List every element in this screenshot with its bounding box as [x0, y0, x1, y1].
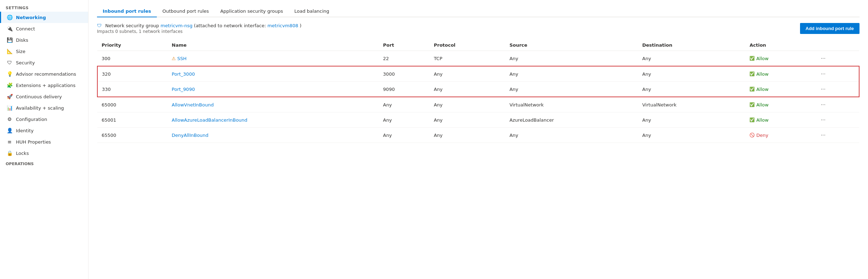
network-info-text: 🛡 Network security group metricvm-nsg (a… — [97, 23, 302, 28]
cell-source: Any — [505, 128, 638, 143]
cell-ellipsis[interactable]: ··· — [815, 82, 859, 97]
sidebar-item-label-size: Size — [16, 49, 25, 54]
sidebar: Settings 🌐Networking🔌Connect💾Disks📐Size🛡… — [0, 0, 88, 279]
sidebar-item-availability[interactable]: 📊Availability + scaling — [0, 102, 88, 114]
sidebar-item-networking[interactable]: 🌐Networking — [0, 12, 88, 23]
cell-ellipsis[interactable]: ··· — [815, 66, 859, 82]
sidebar-item-label-availability: Availability + scaling — [16, 105, 64, 111]
cell-priority: 65500 — [97, 128, 167, 143]
col-header-protocol: Protocol — [429, 40, 505, 51]
continuous-delivery-icon: 🚀 — [7, 94, 12, 99]
table-row: 300⚠️SSH22TCPAnyAny✅Allow··· — [97, 51, 859, 66]
availability-icon: 📊 — [7, 105, 12, 111]
cell-port: Any — [379, 112, 429, 128]
cell-port: Any — [379, 97, 429, 112]
sidebar-item-extensions[interactable]: 🧩Extensions + applications — [0, 80, 88, 91]
sidebar-item-label-networking: Networking — [16, 15, 46, 20]
tab-app-security[interactable]: Application security groups — [215, 6, 289, 17]
cell-name: AllowAzureLoadBalancerInBound — [167, 112, 379, 128]
col-header- — [815, 40, 859, 51]
cell-priority: 65000 — [97, 97, 167, 112]
add-inbound-rule-button[interactable]: Add inbound port rule — [800, 23, 860, 34]
sidebar-item-label-disks: Disks — [16, 37, 28, 43]
col-header-priority: Priority — [97, 40, 167, 51]
sidebar-item-size[interactable]: 📐Size — [0, 46, 88, 57]
sidebar-item-label-locks: Locks — [16, 151, 29, 156]
main-content: Inbound port rulesOutbound port rulesApp… — [88, 0, 868, 279]
cell-action: ✅Allow — [745, 97, 814, 112]
col-header-destination: Destination — [638, 40, 745, 51]
cell-destination: Any — [638, 51, 745, 66]
cell-protocol: Any — [429, 128, 505, 143]
rule-name-link[interactable]: SSH — [177, 56, 187, 61]
action-allow: ✅Allow — [749, 102, 810, 107]
cell-name: DenyAllInBound — [167, 128, 379, 143]
sidebar-item-security[interactable]: 🛡Security — [0, 57, 88, 68]
interface-link[interactable]: metricvm808 — [267, 23, 298, 28]
cell-port: Any — [379, 128, 429, 143]
nsg-link[interactable]: metricvm-nsg — [161, 23, 193, 28]
cell-priority: 65001 — [97, 112, 167, 128]
check-icon: ✅ — [749, 102, 755, 107]
cell-priority: 330 — [97, 82, 167, 97]
networking-icon: 🌐 — [7, 14, 12, 20]
rule-name-link[interactable]: Port_3000 — [172, 71, 195, 77]
sidebar-item-connect[interactable]: 🔌Connect — [0, 23, 88, 34]
tab-load-balancing[interactable]: Load balancing — [289, 6, 335, 17]
tab-inbound[interactable]: Inbound port rules — [97, 6, 157, 17]
rule-name-link[interactable]: AllowAzureLoadBalancerInBound — [172, 117, 247, 123]
sidebar-item-identity[interactable]: 👤Identity — [0, 125, 88, 136]
configuration-icon: ⚙️ — [7, 116, 12, 122]
cell-protocol: Any — [429, 82, 505, 97]
table-row: 65001AllowAzureLoadBalancerInBoundAnyAny… — [97, 112, 859, 128]
properties-icon: ≡ — [7, 139, 12, 145]
network-info-bar: 🛡 Network security group metricvm-nsg (a… — [97, 23, 860, 34]
check-icon: ✅ — [749, 87, 755, 92]
cell-action: ✅Allow — [745, 66, 814, 82]
rule-name-link[interactable]: Port_9090 — [172, 87, 195, 92]
sidebar-item-properties[interactable]: ≡HUH Properties — [0, 136, 88, 147]
cell-ellipsis[interactable]: ··· — [815, 128, 859, 143]
check-icon: ✅ — [749, 71, 755, 76]
cell-ellipsis[interactable]: ··· — [815, 112, 859, 128]
sidebar-item-configuration[interactable]: ⚙️Configuration — [0, 114, 88, 125]
tab-bar: Inbound port rulesOutbound port rulesApp… — [97, 6, 860, 17]
cell-action: ✅Allow — [745, 51, 814, 66]
cell-destination: Any — [638, 128, 745, 143]
cell-name: Port_3000 — [167, 66, 379, 82]
sidebar-item-locks[interactable]: 🔒Locks — [0, 147, 88, 159]
cell-source: VirtualNetwork — [505, 97, 638, 112]
row-actions-button[interactable]: ··· — [819, 116, 828, 124]
advisor-icon: 💡 — [7, 71, 12, 77]
sidebar-item-disks[interactable]: 💾Disks — [0, 34, 88, 46]
cell-destination: VirtualNetwork — [638, 97, 745, 112]
cell-ellipsis[interactable]: ··· — [815, 97, 859, 112]
identity-icon: 👤 — [7, 128, 12, 133]
tab-outbound[interactable]: Outbound port rules — [157, 6, 215, 17]
cell-destination: Any — [638, 112, 745, 128]
shield-icon: 🛡 — [97, 23, 102, 28]
row-actions-button[interactable]: ··· — [819, 70, 828, 78]
sidebar-item-continuous-delivery[interactable]: 🚀Continuous delivery — [0, 91, 88, 102]
cell-protocol: TCP — [429, 51, 505, 66]
cell-protocol: Any — [429, 66, 505, 82]
rule-name-link[interactable]: DenyAllInBound — [172, 133, 209, 138]
sidebar-item-label-security: Security — [16, 60, 35, 65]
row-actions-button[interactable]: ··· — [819, 54, 828, 62]
cell-ellipsis[interactable]: ··· — [815, 51, 859, 66]
row-actions-button[interactable]: ··· — [819, 85, 828, 93]
row-actions-button[interactable]: ··· — [819, 131, 828, 139]
cell-port: 9090 — [379, 82, 429, 97]
action-deny: 🚫Deny — [749, 133, 810, 138]
deny-icon: 🚫 — [749, 133, 755, 138]
rule-name-link[interactable]: AllowVnetInBound — [172, 102, 214, 107]
sidebar-item-label-configuration: Configuration — [16, 117, 47, 122]
cell-port: 3000 — [379, 66, 429, 82]
settings-section-title: Settings — [0, 3, 88, 12]
cell-source: Any — [505, 51, 638, 66]
col-header-name: Name — [167, 40, 379, 51]
operations-section-title: Operations — [0, 159, 88, 168]
row-actions-button[interactable]: ··· — [819, 101, 828, 109]
sidebar-item-advisor[interactable]: 💡Advisor recommendations — [0, 68, 88, 80]
disks-icon: 💾 — [7, 37, 12, 43]
